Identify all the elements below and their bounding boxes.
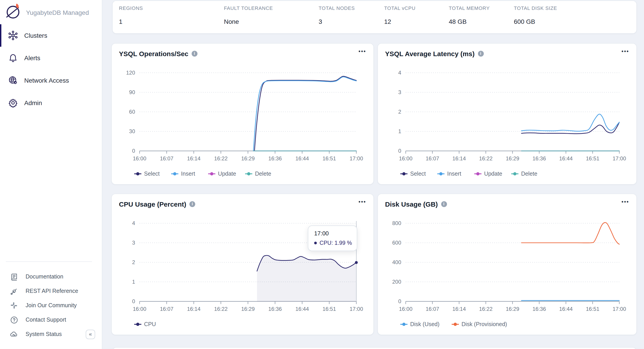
documentation-icon — [10, 273, 18, 281]
svg-text:16:51: 16:51 — [322, 155, 336, 161]
system-status-icon — [10, 330, 18, 338]
svg-text:60: 60 — [129, 109, 135, 115]
svg-text:16:07: 16:07 — [426, 306, 439, 312]
sidebar-item-community[interactable]: Join Our Community — [0, 298, 77, 313]
svg-text:Select: Select — [410, 170, 426, 177]
disk-usage-card: Disk Usage (GB) i ••• 020040060080016:00… — [378, 194, 637, 335]
sidebar-item-system-status[interactable]: System Status — [0, 327, 62, 341]
info-icon[interactable]: i — [441, 201, 447, 207]
info-icon[interactable]: i — [192, 51, 198, 57]
stat-label: TOTAL NODES — [319, 6, 355, 11]
svg-text:2: 2 — [398, 109, 401, 115]
svg-text:16:14: 16:14 — [187, 155, 200, 161]
ellipsis-menu-icon[interactable]: ••• — [358, 48, 366, 54]
footer-item-label: Join Our Community — [26, 302, 77, 308]
tooltip-time: 17:00 — [314, 230, 352, 237]
svg-text:4: 4 — [132, 220, 135, 226]
svg-text:4: 4 — [398, 70, 401, 76]
sidebar: YugabyteDB Managed Clusters — [0, 0, 102, 349]
svg-text:120: 120 — [126, 70, 135, 76]
svg-text:90: 90 — [129, 89, 135, 95]
svg-text:0: 0 — [132, 148, 135, 154]
disk-usage-chart: 020040060080016:0016:0716:1416:2216:2916… — [378, 194, 636, 335]
svg-text:0: 0 — [132, 298, 135, 304]
svg-text:16:22: 16:22 — [479, 306, 492, 312]
svg-text:16:14: 16:14 — [452, 306, 466, 312]
svg-text:16:00: 16:00 — [133, 155, 146, 161]
svg-text:16:22: 16:22 — [479, 155, 492, 161]
svg-text:16:44: 16:44 — [559, 306, 573, 312]
tooltip-series-dot — [314, 242, 317, 244]
ysql-operations-chart: 030609012016:0016:0716:1416:2216:2916:36… — [112, 44, 374, 184]
svg-text:Update: Update — [484, 170, 502, 177]
footer-item-label: Contact Support — [26, 317, 66, 323]
svg-text:2: 2 — [132, 259, 135, 265]
sidebar-item-rest-api[interactable]: REST API Reference — [0, 284, 78, 298]
ellipsis-menu-icon[interactable]: ••• — [622, 48, 629, 54]
svg-text:800: 800 — [392, 220, 401, 226]
sidebar-item-alerts[interactable]: Alerts — [0, 47, 102, 69]
stat-label: TOTAL MEMORY — [449, 6, 490, 11]
svg-text:1: 1 — [132, 279, 135, 285]
svg-text:16:00: 16:00 — [399, 306, 412, 312]
rest-api-icon — [10, 287, 18, 295]
stat-label: TOTAL DISK SIZE — [514, 6, 557, 11]
svg-text:16:29: 16:29 — [506, 155, 519, 161]
cpu-usage-chart: 0123416:0016:0716:1416:2216:2916:3616:44… — [112, 194, 374, 335]
sidebar-item-label: Admin — [24, 99, 42, 107]
svg-text:Delete: Delete — [255, 170, 271, 177]
info-icon[interactable]: i — [190, 201, 195, 207]
svg-text:16:14: 16:14 — [187, 306, 200, 312]
chart-tooltip: 17:00 CPU: 1.99 % — [308, 225, 357, 251]
stat-value: 1 — [119, 18, 122, 25]
sidebar-item-documentation[interactable]: Documentation — [0, 269, 63, 284]
svg-text:16:36: 16:36 — [268, 306, 282, 312]
svg-text:16:00: 16:00 — [133, 306, 146, 312]
sidebar-nav: Clusters Alerts — [0, 24, 102, 114]
sidebar-item-contact-support[interactable]: Contact Support — [0, 313, 66, 327]
stat-label: FAULT TOLERANCE — [224, 6, 273, 11]
admin-icon — [8, 98, 18, 108]
svg-text:16:29: 16:29 — [506, 306, 519, 312]
ellipsis-menu-icon[interactable]: ••• — [358, 199, 366, 205]
sidebar-item-admin[interactable]: Admin — [0, 92, 102, 114]
next-row-card-edge — [112, 347, 637, 349]
stat-value: 12 — [384, 18, 391, 25]
sidebar-item-network-access[interactable]: Network Access — [0, 69, 102, 92]
svg-text:30: 30 — [129, 128, 135, 134]
svg-text:Select: Select — [144, 170, 160, 177]
sidebar-collapse-button[interactable]: « — [86, 330, 95, 339]
svg-text:Disk (Used): Disk (Used) — [410, 321, 440, 327]
brand-name: YugabyteDB Managed — [26, 9, 89, 16]
ysql-operations-card: YSQL Operations/Sec i ••• 030609012016:0… — [111, 43, 374, 185]
svg-text:16:07: 16:07 — [160, 155, 174, 161]
svg-text:600: 600 — [392, 240, 401, 246]
svg-text:16:36: 16:36 — [532, 306, 546, 312]
svg-text:3: 3 — [132, 240, 135, 246]
svg-text:16:44: 16:44 — [295, 155, 309, 161]
yugabytedb-logo-icon — [4, 3, 22, 23]
sidebar-item-label: Alerts — [24, 54, 40, 62]
svg-text:16:07: 16:07 — [160, 306, 174, 312]
sidebar-item-label: Clusters — [24, 32, 47, 39]
svg-text:Disk (Provisioned): Disk (Provisioned) — [462, 321, 507, 327]
sidebar-item-clusters[interactable]: Clusters — [0, 24, 102, 47]
cpu-usage-card: CPU Usage (Percent) i ••• 0123416:0016:0… — [111, 194, 374, 335]
chart-title: YSQL Average Latency (ms) — [385, 50, 474, 58]
brand: YugabyteDB Managed — [4, 3, 89, 23]
svg-text:17:00: 17:00 — [350, 306, 363, 312]
svg-text:CPU: CPU — [144, 321, 156, 327]
ellipsis-menu-icon[interactable]: ••• — [622, 199, 629, 205]
stat-value: None — [224, 18, 239, 25]
svg-text:0: 0 — [398, 298, 401, 304]
svg-text:16:00: 16:00 — [399, 155, 412, 161]
svg-text:16:29: 16:29 — [241, 306, 255, 312]
svg-text:16:22: 16:22 — [214, 155, 228, 161]
svg-text:16:36: 16:36 — [532, 155, 546, 161]
svg-text:17:00: 17:00 — [612, 155, 626, 161]
svg-text:Update: Update — [218, 170, 236, 177]
stat-value: 600 GB — [514, 18, 535, 25]
svg-text:16:36: 16:36 — [268, 155, 282, 161]
svg-text:16:14: 16:14 — [452, 155, 466, 161]
info-icon[interactable]: i — [478, 51, 484, 57]
